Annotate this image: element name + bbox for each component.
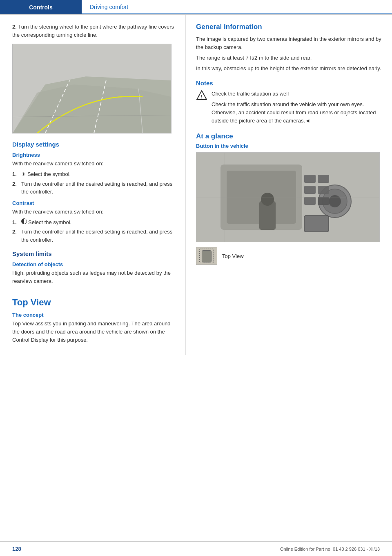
tab-controls[interactable]: Controls — [0, 0, 82, 14]
svg-rect-18 — [318, 186, 329, 194]
page-header: Controls Driving comfort — [0, 0, 392, 15]
page-footer: 128 Online Edition for Part no. 01 40 2 … — [0, 541, 392, 556]
notes-title: Notes — [196, 80, 382, 87]
the-concept-text: Top View assists you in parking and mane… — [12, 320, 175, 344]
page-number: 128 — [12, 546, 21, 552]
notes-text: Check the traffic situation as well Chec… — [212, 90, 382, 125]
contrast-step2-item: 2. Turn the controller until the desired… — [12, 228, 175, 244]
brightness-intro: With the rearview camera switched on: — [12, 160, 175, 168]
contrast-intro: With the rearview camera switched on: — [12, 208, 175, 216]
brightness-title: Brightness — [12, 152, 175, 158]
interior-vehicle-image — [196, 152, 380, 242]
brightness-step1-num: 1. — [12, 170, 21, 178]
step2-block: 2. Turn the steering wheel to the point … — [12, 23, 175, 39]
contrast-step1-num: 1. — [12, 218, 21, 227]
btn-vehicle-title: Button in the vehicle — [196, 143, 382, 149]
note1-text: Check the traffic situation as well — [212, 90, 382, 98]
car-pathway-image — [12, 44, 172, 133]
svg-rect-17 — [304, 186, 316, 194]
gen-info-p3: In this way, obstacles up to the height … — [196, 64, 382, 73]
svg-rect-20 — [318, 197, 329, 205]
contrast-step2-num: 2. — [12, 228, 21, 244]
the-concept-title: The concept — [12, 312, 175, 318]
topview-main-title: Top View — [12, 297, 175, 308]
display-settings-title: Display settings — [12, 141, 175, 148]
brightness-step2-item: 2. Turn the controller until the desired… — [12, 180, 175, 196]
step2-number: 2. — [12, 24, 17, 30]
contrast-step1-text: Select the symbol. — [28, 218, 71, 227]
topview-row: Top View — [196, 247, 382, 265]
controls-label: Controls — [29, 4, 53, 11]
notes-box: ! Check the traffic situation as well Ch… — [196, 90, 382, 125]
note2-text: Check the traffic situation around the v… — [212, 100, 382, 125]
contrast-title: Contrast — [12, 200, 175, 206]
svg-rect-21 — [304, 216, 329, 232]
detection-title: Detection of objects — [12, 261, 175, 267]
brightness-step1-text: Select the symbol. — [27, 170, 71, 178]
contrast-step1-item: 1. Select the symbol. — [12, 218, 175, 227]
sun-icon: ☀ — [21, 170, 26, 178]
topview-caption-label: Top View — [222, 253, 244, 259]
step2-text: Turn the steering wheel to the point whe… — [12, 24, 174, 38]
contrast-icon — [21, 218, 27, 224]
edition-text: Online Edition for Part no. 01 40 2 926 … — [280, 547, 380, 552]
warning-icon: ! — [196, 90, 207, 101]
gen-info-title: General information — [196, 23, 382, 31]
left-column: 2. Turn the steering wheel to the point … — [0, 15, 186, 355]
svg-rect-15 — [304, 175, 316, 183]
brightness-step1-item: 1. ☀ Select the symbol. — [12, 170, 175, 178]
at-glance-title: At a glance — [196, 132, 382, 140]
system-limits-title: System limits — [12, 250, 175, 257]
tab-driving-comfort[interactable]: Driving comfort — [82, 0, 392, 14]
brightness-step2-num: 2. — [12, 180, 21, 196]
topview-thumbnail — [196, 247, 217, 265]
svg-rect-16 — [318, 175, 329, 183]
svg-rect-27 — [202, 251, 211, 262]
detection-text: High, protruding objects such as ledges … — [12, 269, 175, 285]
page-content: 2. Turn the steering wheel to the point … — [0, 15, 392, 355]
svg-text:!: ! — [201, 93, 203, 100]
gen-info-p2: The range is at least 7 ft/2 m to the si… — [196, 54, 382, 62]
svg-rect-19 — [304, 197, 316, 205]
contrast-step2-text: Turn the controller until the desired se… — [21, 228, 175, 244]
svg-point-23 — [261, 193, 274, 206]
right-column: General information The image is capture… — [186, 15, 392, 355]
brightness-step2-text: Turn the controller until the desired se… — [21, 180, 175, 196]
gen-info-p1: The image is captured by two cameras int… — [196, 35, 382, 51]
driving-comfort-label: Driving comfort — [90, 4, 128, 10]
